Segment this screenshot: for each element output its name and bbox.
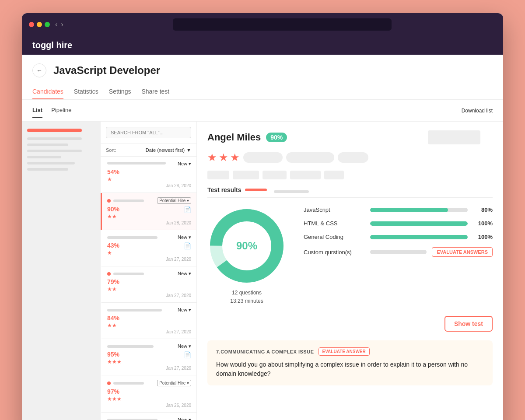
list-item[interactable]: New ▾ 43% 📄 ★ Jan 27, 2020 [101,230,196,266]
sub-tab-pipeline[interactable]: Pipeline [51,103,71,118]
brand-logo: toggl hire [32,40,493,50]
top-toolbar: List Pipeline Download list [22,100,503,122]
action-button-1[interactable] [428,130,480,144]
candidate-name-placeholder [107,236,158,239]
sidebar-line-4 [27,156,61,158]
candidate-date: Jan 28, 2020 [107,183,191,188]
dot-indicator [107,199,111,203]
back-nav-icon[interactable]: ‹ [55,21,57,28]
star-2: ★ [219,151,228,164]
candidate-stars: ★ [107,176,191,182]
tag-sm-3 [262,171,287,179]
list-item[interactable]: New ▾ 54% ★ Jan 28, 2020 [101,157,196,193]
list-item[interactable]: New ▾ 79% ★★ Jan 27, 2020 [101,266,196,303]
logo-main-text: toggl [32,40,54,50]
candidate-stars: ★★★ [107,359,191,365]
sidebar-line-1 [27,137,82,140]
show-test-button[interactable]: Show test [444,316,493,332]
candidate-date: Jan 27, 2020 [107,329,191,334]
skill-bar-fill-js [370,208,448,212]
document-icon: 📄 [184,351,191,358]
status-badge-new: New ▾ [178,161,191,167]
candidate-score: 54% [107,168,191,175]
list-item[interactable]: New ▾ 95% 📄 ★★★ Jan 27, 2020 [101,339,196,375]
tab-share-test[interactable]: Share test [141,84,169,99]
sidebar-line-5 [27,162,75,164]
status-badge-new: New ▾ [178,234,191,240]
skill-pct-html: 100% [473,220,493,227]
sort-dropdown[interactable]: Date (newest first) ▼ [146,147,191,153]
browser-window: ‹ › toggl hire ← JavaScript Developer Ca… [22,13,503,420]
skill-bar-container-html [370,221,468,226]
question-text: How would you go about simplifying a com… [216,360,484,378]
candidate-date: Jan 27, 2020 [107,257,191,262]
skill-name-coding: General Coding [304,234,365,240]
section-tabs: Test results [207,186,493,198]
document-icon: 📄 [184,206,191,213]
browser-nav: ‹ › [55,21,63,28]
candidate-stars: ★★ [107,286,191,292]
candidate-date: Jan 27, 2020 [107,293,191,298]
candidate-score: 97% [107,388,191,395]
tab-candidates[interactable]: Candidates [32,84,63,99]
address-bar[interactable] [173,18,392,31]
detail-panel: Angel Miles 90% ★ ★ ★ [197,122,503,420]
header-actions [428,130,493,144]
search-input[interactable] [106,127,191,138]
status-badge-new: New ▾ [178,307,191,313]
candidate-date: Jan 26, 2020 [107,403,191,408]
list-item[interactable]: Potential Hire ▾ 97% ★★★ Jan 26, 2020 [101,375,196,413]
tag-placeholder-2 [286,152,334,163]
sidebar-line-2 [27,144,68,146]
chevron-down-icon: ▼ [186,147,191,153]
sub-tabs: List Pipeline [32,103,71,118]
evaluate-answer-button[interactable]: EVALUATE ANSWER [318,347,370,356]
sidebar [22,122,101,420]
candidate-name: Angel Miles [207,132,261,143]
test-time: 13:23 minutes [207,297,286,305]
forward-nav-icon[interactable]: › [61,21,63,28]
candidate-name-placeholder [107,309,162,312]
sidebar-line-6 [27,168,68,171]
page-content: ← JavaScript Developer Candidates Statis… [22,55,503,420]
document-icon: 📄 [184,242,191,249]
tab-settings[interactable]: Settings [109,84,131,99]
donut-chart: 90% [207,206,286,285]
list-item[interactable]: New ▾ 84% ★★ Jan 27, 2020 [101,303,196,339]
candidate-date: Jan 28, 2020 [107,220,191,225]
status-badge-potential: Potential Hire ▾ [157,197,191,204]
skill-name-html: HTML & CSS [304,220,365,227]
candidate-score: 84% [107,315,191,322]
sidebar-line-3 [27,150,82,152]
sub-tab-list[interactable]: List [32,103,42,118]
download-list-button[interactable]: Download list [462,108,493,114]
skill-pct-js: 80% [473,206,493,213]
list-item[interactable]: Potential Hire ▾ 90% 📄 ★★ Jan 28, 2020 [101,193,196,230]
dot-indicator [107,382,111,385]
page-header: ← JavaScript Developer Candidates Statis… [22,55,503,100]
candidate-name-placeholder [107,419,158,420]
candidate-date: Jan 27, 2020 [107,366,191,371]
tag-sm-4 [290,171,321,179]
list-item[interactable]: New ▾ 80% 📄 [101,413,196,420]
back-button[interactable]: ← [32,63,46,77]
candidate-header: Angel Miles 90% [207,130,493,144]
skill-bar-container-coding [370,235,468,239]
page-tabs: Candidates Statistics Settings Share tes… [32,84,493,99]
dot-indicator [107,272,111,276]
main-body: Sort: Date (newest first) ▼ New ▾ 54% [22,122,503,420]
evaluate-answers-button[interactable]: EVALUATE ANSWERS [432,247,493,257]
minimize-button[interactable] [37,22,42,27]
page-title-row: ← JavaScript Developer [32,63,493,77]
skill-row-js: JavaScript 80% [304,206,493,213]
rating-section: ★ ★ ★ [207,151,493,164]
skill-bar-fill-html [370,221,468,226]
star-1: ★ [207,151,217,164]
close-button[interactable] [29,22,34,27]
maximize-button[interactable] [45,22,50,27]
more-icon[interactable] [484,130,493,144]
candidate-name-section: Angel Miles 90% [207,132,287,143]
star-rating[interactable]: ★ ★ ★ [207,151,240,164]
tab-test-results[interactable]: Test results [207,186,267,197]
tab-statistics[interactable]: Statistics [74,84,98,99]
